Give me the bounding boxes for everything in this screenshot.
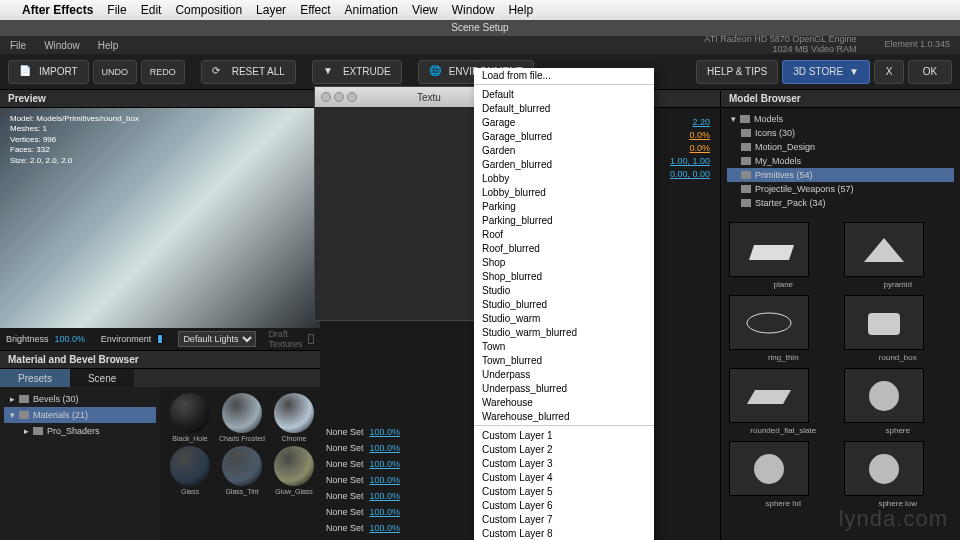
tree-pro-shaders[interactable]: ▸ Pro_Shaders xyxy=(4,423,156,439)
preset-item[interactable]: Studio_warm xyxy=(474,311,654,325)
custom-layer-item[interactable]: Custom Layer 8 xyxy=(474,526,654,540)
custom-layer-item[interactable]: Custom Layer 4 xyxy=(474,470,654,484)
material-thumb[interactable]: Black_Hole xyxy=(166,393,214,442)
help-tips-button[interactable]: HELP & TIPS xyxy=(696,60,778,84)
gamma-value[interactable]: 2.20 xyxy=(692,117,710,127)
preset-item[interactable]: Default xyxy=(474,87,654,101)
uv-offset-value[interactable]: 0.00, 0.00 xyxy=(670,169,710,179)
model-tree: ▾ Models Icons (30) Motion_Design My_Mod… xyxy=(721,108,960,214)
extrude-icon: ▼ xyxy=(323,65,337,79)
custom-layer-item[interactable]: Custom Layer 6 xyxy=(474,498,654,512)
tree-bevels[interactable]: ▸ Bevels (30) xyxy=(4,391,156,407)
reset-all-button[interactable]: ⟳RESET ALL xyxy=(201,60,296,84)
ok-button[interactable]: OK xyxy=(908,60,952,84)
import-button[interactable]: 📄IMPORT xyxy=(8,60,89,84)
custom-layer-item[interactable]: Custom Layer 3 xyxy=(474,456,654,470)
custom-layer-item[interactable]: Custom Layer 7 xyxy=(474,512,654,526)
preset-item[interactable]: Town_blurred xyxy=(474,353,654,367)
tree-root-models[interactable]: ▾ Models xyxy=(727,112,954,126)
plugin-menu-window[interactable]: Window xyxy=(44,40,80,51)
saturation-value[interactable]: 0.0% xyxy=(689,143,710,153)
model-thumb[interactable]: plane xyxy=(729,222,838,289)
minimize-icon[interactable] xyxy=(334,92,344,102)
material-thumb[interactable]: Glow_Glass xyxy=(270,446,318,495)
preset-item[interactable]: Shop xyxy=(474,255,654,269)
preset-item[interactable]: Garden_blurred xyxy=(474,157,654,171)
environment-checkbox[interactable] xyxy=(157,334,163,344)
menu-edit[interactable]: Edit xyxy=(141,3,162,17)
preset-item[interactable]: Warehouse xyxy=(474,395,654,409)
lights-select[interactable]: Default Lights xyxy=(178,331,256,347)
menu-animation[interactable]: Animation xyxy=(345,3,398,17)
app-name[interactable]: After Effects xyxy=(22,3,93,17)
tab-scene[interactable]: Scene xyxy=(70,369,134,387)
preset-item[interactable]: Roof xyxy=(474,227,654,241)
material-browser: Material and Bevel Browser Presets Scene… xyxy=(0,350,320,540)
menu-view[interactable]: View xyxy=(412,3,438,17)
preset-item[interactable]: Garage_blurred xyxy=(474,129,654,143)
brightness-label: Brightness xyxy=(6,334,49,344)
redo-button[interactable]: REDO xyxy=(141,60,185,84)
custom-layer-item[interactable]: Custom Layer 5 xyxy=(474,484,654,498)
brightness-value[interactable]: 100.0% xyxy=(55,334,86,344)
preset-item[interactable]: Town xyxy=(474,339,654,353)
model-thumb[interactable]: round_box xyxy=(844,295,953,362)
custom-layer-item[interactable]: Custom Layer 1 xyxy=(474,428,654,442)
preset-item[interactable]: Studio_blurred xyxy=(474,297,654,311)
preset-item[interactable]: Studio xyxy=(474,283,654,297)
preset-item[interactable]: Parking_blurred xyxy=(474,213,654,227)
model-thumb[interactable]: sphere xyxy=(844,368,953,435)
undo-button[interactable]: UNDO xyxy=(93,60,137,84)
extrude-button[interactable]: ▼EXTRUDE xyxy=(312,60,402,84)
close-x-button[interactable]: X xyxy=(874,60,904,84)
contrast-value[interactable]: 0.0% xyxy=(689,130,710,140)
folder-icon xyxy=(741,171,751,179)
zoom-icon[interactable] xyxy=(347,92,357,102)
menu-composition[interactable]: Composition xyxy=(175,3,242,17)
material-thumb[interactable]: Chads Frosted xyxy=(218,393,266,442)
model-thumb[interactable]: ring_thin xyxy=(729,295,838,362)
preset-item[interactable]: Default_blurred xyxy=(474,101,654,115)
tree-starter-pack[interactable]: Starter_Pack (34) xyxy=(727,196,954,210)
draft-textures-checkbox[interactable] xyxy=(308,334,314,344)
preset-item[interactable]: Garage xyxy=(474,115,654,129)
preset-item[interactable]: Parking xyxy=(474,199,654,213)
model-thumb[interactable]: sphere hd xyxy=(729,441,838,508)
tab-presets[interactable]: Presets xyxy=(0,369,70,387)
menu-file[interactable]: File xyxy=(107,3,126,17)
menu-help[interactable]: Help xyxy=(508,3,533,17)
material-thumb[interactable]: Chrome xyxy=(270,393,318,442)
custom-layer-item[interactable]: Custom Layer 2 xyxy=(474,442,654,456)
preview-viewport[interactable]: Model: Models/Primitives/round_box Meshe… xyxy=(0,108,320,328)
tree-motion-design[interactable]: Motion_Design xyxy=(727,140,954,154)
close-icon[interactable] xyxy=(321,92,331,102)
tree-icons[interactable]: Icons (30) xyxy=(727,126,954,140)
plugin-menu-file[interactable]: File xyxy=(10,40,26,51)
material-thumb[interactable]: Glass_Tint xyxy=(218,446,266,495)
plugin-menu-help[interactable]: Help xyxy=(98,40,119,51)
preset-item[interactable]: Lobby_blurred xyxy=(474,185,654,199)
preset-item[interactable]: Warehouse_blurred xyxy=(474,409,654,423)
preset-item[interactable]: Underpass xyxy=(474,367,654,381)
svg-point-7 xyxy=(869,454,899,484)
tree-materials[interactable]: ▾ Materials (21) xyxy=(4,407,156,423)
uv-repeat-value[interactable]: 1.00, 1.00 xyxy=(670,156,710,166)
model-thumb[interactable]: pyramid xyxy=(844,222,953,289)
menu-window[interactable]: Window xyxy=(452,3,495,17)
tree-primitives[interactable]: Primitives (54) xyxy=(727,168,954,182)
tree-projectile-weapons[interactable]: Projectile_Weapons (57) xyxy=(727,182,954,196)
material-thumb[interactable]: Glass xyxy=(166,446,214,495)
load-from-file[interactable]: Load from file... xyxy=(474,68,654,82)
preset-item[interactable]: Lobby xyxy=(474,171,654,185)
preset-item[interactable]: Studio_warm_blurred xyxy=(474,325,654,339)
model-thumb[interactable]: sphere low xyxy=(844,441,953,508)
preset-item[interactable]: Garden xyxy=(474,143,654,157)
tree-my-models[interactable]: My_Models xyxy=(727,154,954,168)
preset-item[interactable]: Underpass_blurred xyxy=(474,381,654,395)
model-thumb[interactable]: rounded_flat_slate xyxy=(729,368,838,435)
menu-layer[interactable]: Layer xyxy=(256,3,286,17)
menu-effect[interactable]: Effect xyxy=(300,3,330,17)
preset-item[interactable]: Shop_blurred xyxy=(474,269,654,283)
preset-item[interactable]: Roof_blurred xyxy=(474,241,654,255)
3d-store-button[interactable]: 3D STORE ▼ xyxy=(782,60,870,84)
